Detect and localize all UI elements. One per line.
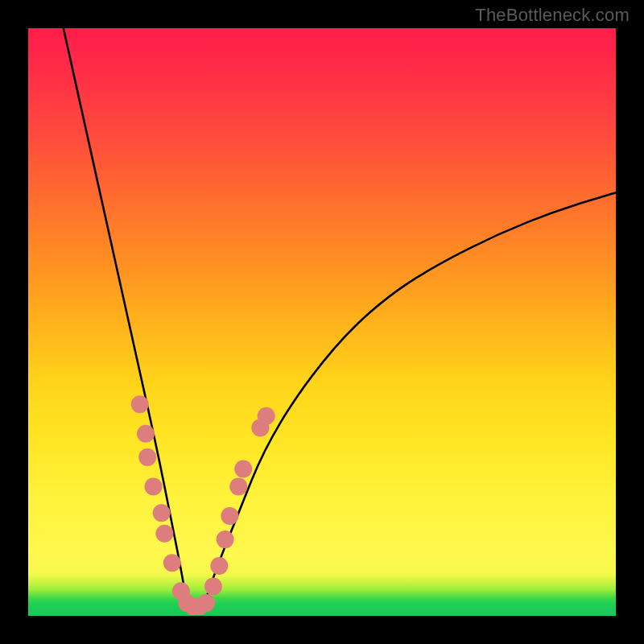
marker-dot bbox=[221, 507, 238, 525]
watermark-text: TheBottleneck.com bbox=[475, 5, 630, 26]
marker-dot bbox=[234, 460, 252, 478]
marker-dot bbox=[229, 477, 247, 495]
marker-dot bbox=[131, 395, 149, 413]
plot-area bbox=[28, 28, 616, 616]
marker-dot bbox=[163, 554, 181, 572]
marker-dot bbox=[197, 594, 215, 612]
curve-markers bbox=[131, 395, 275, 615]
marker-dot bbox=[145, 477, 163, 495]
chart-frame: TheBottleneck.com bbox=[0, 0, 644, 644]
marker-dot bbox=[137, 425, 155, 443]
marker-dot bbox=[138, 448, 156, 466]
bottleneck-curve bbox=[64, 28, 616, 613]
marker-dot bbox=[258, 407, 275, 425]
marker-dot bbox=[204, 578, 222, 596]
marker-dot bbox=[155, 525, 173, 543]
chart-svg bbox=[28, 28, 616, 616]
marker-dot bbox=[153, 504, 171, 522]
marker-dot bbox=[210, 557, 228, 575]
marker-dot bbox=[217, 530, 234, 548]
